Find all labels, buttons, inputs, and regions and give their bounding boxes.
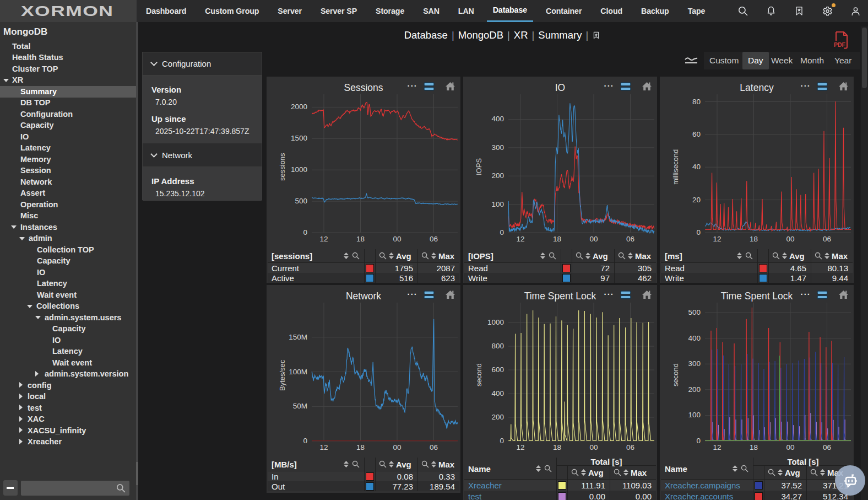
- svg-text:PDF: PDF: [834, 41, 846, 48]
